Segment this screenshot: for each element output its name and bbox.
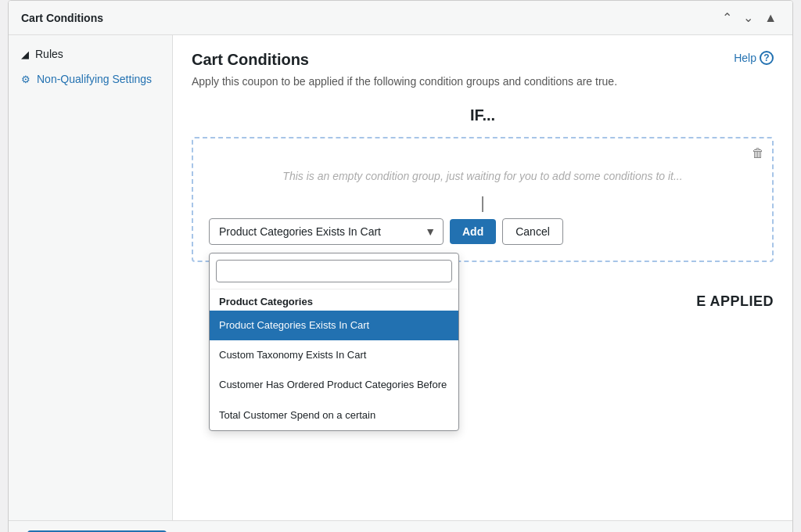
dropdown-item-custom-taxonomy[interactable]: Custom Taxonomy Exists In Cart — [210, 340, 458, 370]
expand-btn[interactable]: ▲ — [761, 9, 780, 27]
window-controls: ⌃ ⌄ ▲ — [719, 9, 780, 27]
layout: ◢ Rules ⚙ Non-Qualifying Settings Cart C… — [9, 35, 792, 520]
footer: Save Cart Conditions — [9, 520, 792, 532]
main-window: Cart Conditions ⌃ ⌄ ▲ ◢ Rules ⚙ Non-Qual… — [8, 0, 793, 532]
dropdown-item-label-2: Customer Has Ordered Product Categories … — [219, 379, 447, 390]
condition-dropdown: Product Categories Product Categories Ex… — [209, 253, 459, 431]
chevron-down-btn[interactable]: ⌄ — [740, 9, 756, 27]
filter-icon: ◢ — [21, 49, 29, 60]
dropdown-item-product-categories-exists[interactable]: Product Categories Exists In Cart — [210, 311, 458, 340]
help-button[interactable]: Help ? — [734, 51, 774, 65]
title-bar: Cart Conditions ⌃ ⌄ ▲ — [9, 1, 792, 35]
dropdown-item-label-0: Product Categories Exists In Cart — [219, 319, 369, 331]
condition-select-wrapper: Product Categories Exists In Cart ▼ Prod… — [209, 218, 444, 245]
not-applied-text: E APPLIED — [696, 293, 774, 309]
dropdown-item-customer-ordered[interactable]: Customer Has Ordered Product Categories … — [210, 370, 458, 400]
dropdown-group-label: Product Categories — [210, 289, 458, 311]
main-header: Cart Conditions Help ? — [192, 51, 774, 69]
description-text: Apply this coupon to be applied if the f… — [192, 75, 774, 88]
if-label: IF... — [192, 106, 774, 124]
chevron-up-btn[interactable]: ⌃ — [719, 9, 735, 27]
sidebar-item-non-qualifying[interactable]: ⚙ Non-Qualifying Settings — [9, 66, 172, 92]
condition-group: 🗑 This is an empty condition group, just… — [192, 137, 774, 262]
window-title: Cart Conditions — [21, 12, 103, 24]
condition-select[interactable]: Product Categories Exists In Cart — [209, 218, 444, 245]
dropdown-search-input[interactable] — [216, 260, 452, 282]
delete-group-icon[interactable]: 🗑 — [752, 146, 764, 160]
gear-icon: ⚙ — [21, 74, 31, 85]
dropdown-item-label-3: Total Customer Spend on a certain — [219, 409, 375, 421]
help-circle-icon: ? — [760, 51, 774, 65]
connector-line — [209, 196, 756, 212]
cancel-button[interactable]: Cancel — [502, 218, 563, 245]
sidebar-item-rules[interactable]: ◢ Rules — [9, 41, 172, 66]
add-condition-row: Product Categories Exists In Cart ▼ Prod… — [209, 218, 756, 245]
main-content: Cart Conditions Help ? Apply this coupon… — [173, 35, 792, 520]
dropdown-item-label-1: Custom Taxonomy Exists In Cart — [219, 349, 366, 361]
sidebar-item-non-qualifying-label: Non-Qualifying Settings — [37, 73, 152, 85]
add-button[interactable]: Add — [450, 219, 496, 244]
sidebar-item-rules-label: Rules — [35, 48, 63, 60]
dropdown-item-total-spend[interactable]: Total Customer Spend on a certain — [210, 401, 458, 430]
page-title: Cart Conditions — [192, 51, 309, 69]
dropdown-search-area — [210, 253, 458, 289]
dropdown-scroll-area: Product Categories Product Categories Ex… — [210, 289, 458, 430]
empty-group-text: This is an empty condition group, just w… — [209, 154, 756, 190]
sidebar: ◢ Rules ⚙ Non-Qualifying Settings — [9, 35, 173, 520]
help-label: Help — [734, 52, 756, 64]
